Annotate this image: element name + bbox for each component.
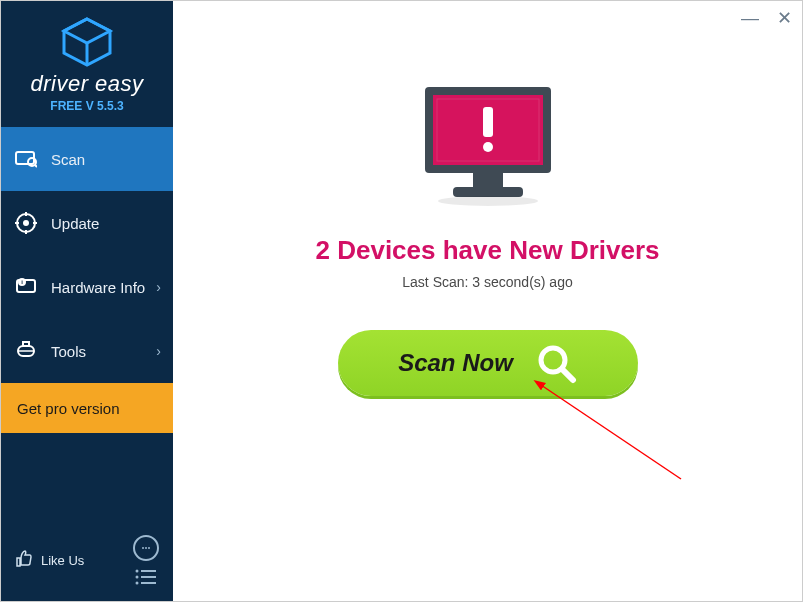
hardware-icon: i bbox=[15, 276, 37, 298]
sidebar-item-scan[interactable]: Scan bbox=[1, 127, 173, 191]
magnify-icon bbox=[535, 342, 577, 384]
version-label: FREE V 5.5.3 bbox=[1, 99, 173, 113]
sidebar-item-label: Update bbox=[51, 215, 99, 232]
svg-point-7 bbox=[23, 220, 29, 226]
svg-point-25 bbox=[136, 582, 139, 585]
svg-point-23 bbox=[136, 576, 139, 579]
get-pro-button[interactable]: Get pro version bbox=[1, 383, 173, 433]
svg-line-37 bbox=[541, 385, 681, 479]
close-button[interactable]: ✕ bbox=[777, 9, 792, 27]
alert-monitor-icon bbox=[413, 81, 563, 211]
sidebar-item-label: Scan bbox=[51, 151, 85, 168]
svg-rect-9 bbox=[25, 230, 27, 234]
svg-point-34 bbox=[438, 196, 538, 206]
chevron-right-icon: › bbox=[156, 343, 161, 359]
scan-icon bbox=[15, 148, 37, 170]
logo-area: driver easy FREE V 5.5.3 bbox=[1, 1, 173, 123]
feedback-icon[interactable] bbox=[133, 535, 159, 561]
svg-marker-1 bbox=[64, 19, 110, 43]
sidebar-item-label: Tools bbox=[51, 343, 86, 360]
svg-rect-30 bbox=[483, 107, 493, 137]
thumbs-up-icon bbox=[15, 550, 33, 571]
bottom-icons bbox=[133, 535, 159, 585]
svg-rect-11 bbox=[33, 222, 37, 224]
svg-line-5 bbox=[35, 165, 37, 167]
tools-icon bbox=[15, 340, 37, 362]
scan-now-button[interactable]: Scan Now bbox=[338, 330, 638, 396]
window-controls: — ✕ bbox=[741, 9, 792, 27]
sidebar-item-update[interactable]: Update bbox=[1, 191, 173, 255]
sidebar-item-tools[interactable]: Tools › bbox=[1, 319, 173, 383]
scan-now-label: Scan Now bbox=[398, 349, 513, 377]
logo-icon bbox=[60, 17, 114, 67]
svg-rect-8 bbox=[25, 212, 27, 216]
svg-point-18 bbox=[142, 547, 144, 549]
sidebar: driver easy FREE V 5.5.3 Scan Update i bbox=[1, 1, 173, 601]
svg-point-31 bbox=[483, 142, 493, 152]
minimize-button[interactable]: — bbox=[741, 9, 759, 27]
svg-point-21 bbox=[136, 570, 139, 573]
svg-point-19 bbox=[145, 547, 147, 549]
chevron-right-icon: › bbox=[156, 279, 161, 295]
headline-text: 2 Devices have New Drivers bbox=[316, 235, 660, 266]
last-scan-text: Last Scan: 3 second(s) ago bbox=[402, 274, 572, 290]
like-us-button[interactable]: Like Us bbox=[15, 550, 84, 571]
app-window: driver easy FREE V 5.5.3 Scan Update i bbox=[0, 0, 803, 602]
main-center: 2 Devices have New Drivers Last Scan: 3 … bbox=[173, 1, 802, 396]
svg-point-20 bbox=[148, 547, 150, 549]
update-icon bbox=[15, 212, 37, 234]
like-us-label: Like Us bbox=[41, 553, 84, 568]
main-panel: — ✕ 2 Devices have New Drivers Last Scan… bbox=[173, 1, 802, 601]
sidebar-item-hardware[interactable]: i Hardware Info › bbox=[1, 255, 173, 319]
menu-icon[interactable] bbox=[134, 569, 158, 585]
nav: Scan Update i Hardware Info › Tools bbox=[1, 127, 173, 383]
sidebar-bottom: Like Us bbox=[1, 525, 173, 601]
get-pro-label: Get pro version bbox=[17, 400, 120, 417]
svg-rect-32 bbox=[473, 173, 503, 187]
svg-line-36 bbox=[562, 369, 573, 380]
sidebar-item-label: Hardware Info bbox=[51, 279, 145, 296]
svg-rect-33 bbox=[453, 187, 523, 197]
brand-name: driver easy bbox=[1, 71, 173, 97]
svg-rect-16 bbox=[23, 342, 29, 346]
svg-rect-10 bbox=[15, 222, 19, 224]
